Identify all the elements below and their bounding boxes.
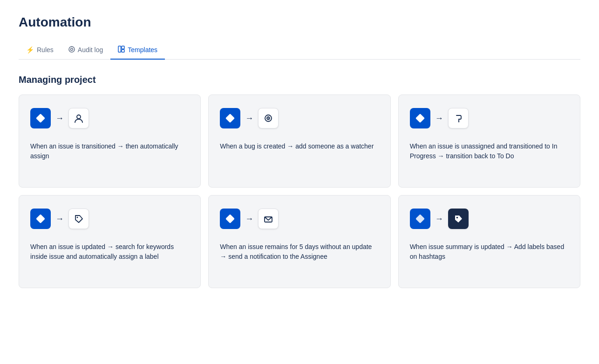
trigger-icon-3 [410, 108, 430, 128]
action-icon-2 [258, 108, 279, 128]
arrow-icon-1: → [55, 114, 64, 123]
svg-rect-12 [415, 114, 425, 123]
section-title: Managing project [19, 74, 580, 85]
svg-rect-8 [225, 114, 235, 123]
svg-point-15 [77, 217, 78, 218]
card-description-3: When an issue is unassigned and transiti… [410, 142, 569, 161]
card-description-2: When a bug is created → add someone as a… [220, 142, 379, 151]
templates-icon [118, 46, 125, 54]
svg-point-19 [456, 217, 458, 219]
arrow-icon-2: → [245, 114, 253, 123]
template-card-3[interactable]: → When an issue is unassigned and transi… [398, 94, 580, 188]
template-card-5[interactable]: → When an issue remains for 5 days witho… [208, 195, 390, 288]
template-card-6[interactable]: → When issue summary is updated → Add la… [398, 195, 580, 288]
arrow-icon-6: → [435, 214, 443, 224]
arrow-icon-5: → [245, 214, 253, 224]
arrow-icon-4: → [55, 214, 64, 224]
svg-point-0 [69, 47, 75, 52]
cards-grid: → When an issue is transitioned → then a… [19, 94, 580, 288]
action-icon-6 [448, 209, 469, 229]
tab-templates[interactable]: Templates [110, 41, 165, 60]
card-icons-5: → [220, 209, 379, 229]
action-icon-1 [68, 108, 89, 128]
svg-rect-18 [415, 214, 425, 223]
audit-log-icon [68, 46, 75, 54]
trigger-icon-2 [220, 108, 240, 128]
svg-point-13 [458, 121, 459, 122]
tab-audit-log[interactable]: Audit log [61, 41, 110, 60]
trigger-icon-1 [30, 108, 51, 128]
action-icon-5 [258, 209, 279, 229]
tab-bar: ⚡ Rules Audit log Templates [19, 41, 580, 60]
card-description-5: When an issue remains for 5 days without… [220, 242, 379, 262]
tab-rules[interactable]: ⚡ Rules [19, 41, 61, 59]
card-description-4: When an issue is updated → search for ke… [30, 242, 189, 262]
svg-rect-5 [122, 50, 124, 53]
card-icons-6: → [410, 209, 569, 229]
svg-point-7 [77, 115, 81, 119]
svg-point-1 [70, 48, 73, 50]
svg-point-11 [268, 118, 269, 119]
trigger-icon-5 [220, 209, 240, 229]
card-icons-3: → [410, 108, 569, 128]
svg-rect-14 [36, 214, 45, 223]
page-title: Automation [19, 15, 580, 30]
svg-rect-3 [118, 46, 121, 52]
svg-rect-6 [36, 114, 45, 123]
card-icons-2: → [220, 108, 379, 128]
card-icons-4: → [30, 209, 189, 229]
card-description-6: When issue summary is updated → Add labe… [410, 242, 569, 262]
action-icon-3 [448, 108, 469, 128]
svg-rect-16 [225, 214, 235, 223]
rules-icon: ⚡ [26, 46, 34, 54]
svg-rect-4 [122, 46, 124, 49]
arrow-icon-3: → [435, 114, 443, 123]
action-icon-4 [68, 209, 89, 229]
trigger-icon-4 [30, 209, 51, 229]
template-card-2[interactable]: → When a bug is created → add someone as… [208, 94, 390, 188]
card-description-1: When an issue is transitioned → then aut… [30, 142, 189, 161]
template-card-1[interactable]: → When an issue is transitioned → then a… [19, 94, 201, 188]
page-container: Automation ⚡ Rules Audit log [0, 0, 599, 307]
template-card-4[interactable]: → When an issue is updated → search for … [19, 195, 201, 288]
card-icons-1: → [30, 108, 189, 128]
trigger-icon-6 [410, 209, 430, 229]
